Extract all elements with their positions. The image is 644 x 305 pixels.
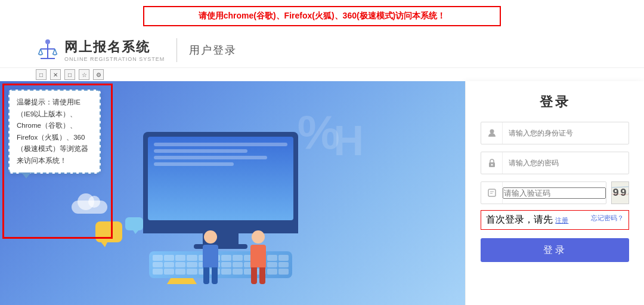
deco-h: H: [333, 117, 364, 165]
toolbar-btn-2[interactable]: ✕: [50, 69, 61, 80]
toolbar-btn-4[interactable]: ☆: [79, 69, 89, 80]
keyboard: [149, 251, 292, 278]
monitor-base: [194, 244, 247, 249]
svg-line-4: [41, 49, 42, 54]
tooltip-bubble: 温馨提示：请使用IE（IE9以上版本）、Chrome（谷歌）、Firefox（火…: [8, 90, 101, 174]
screen-line-3: [154, 156, 267, 159]
monitor-illustration: [119, 132, 322, 278]
header-divider: [177, 38, 177, 62]
screen-line-4: [154, 162, 234, 166]
svg-line-6: [55, 49, 57, 54]
id-input[interactable]: [503, 129, 628, 137]
logo: 网上报名系统 ONLINE REGISTRATION SYSTEM: [36, 37, 165, 63]
captcha-image[interactable]: 2998: [611, 181, 629, 204]
svg-line-3: [39, 49, 41, 54]
person-torso-2: [250, 245, 266, 267]
id-input-group: [481, 122, 629, 144]
pwd-input-group: [481, 152, 629, 174]
page-header: 网上报名系统 ONLINE REGISTRATION SYSTEM 用户登录: [0, 32, 644, 68]
login-panel: 登录: [465, 81, 644, 305]
forgot-password-link[interactable]: 忘记密码？: [591, 214, 624, 226]
screen-lines: [154, 143, 287, 169]
illustration-area: 温馨提示：请使用IE（IE9以上版本）、Chrome（谷歌）、Firefox（火…: [0, 81, 465, 305]
captcha-input[interactable]: [503, 187, 606, 199]
pwd-input[interactable]: [503, 159, 628, 167]
screen-line-1: [154, 143, 287, 146]
person-figure-1: [203, 230, 218, 284]
person-torso-1: [203, 245, 218, 267]
person-body-2: [250, 230, 266, 284]
tooltip-text: 温馨提示：请使用IE（IE9以上版本）、Chrome（谷歌）、Firefox（火…: [17, 98, 88, 164]
login-title: 登录: [540, 93, 571, 111]
svg-line-5: [53, 49, 55, 54]
toolbar-btn-1[interactable]: □: [36, 69, 47, 80]
cloud-decoration: [72, 201, 107, 214]
main-content: 温馨提示：请使用IE（IE9以上版本）、Chrome（谷歌）、Firefox（火…: [0, 81, 644, 305]
captcha-icon: [481, 182, 503, 204]
toolbar-btn-3[interactable]: □: [64, 69, 75, 80]
person-leg-2r: [259, 267, 265, 284]
svg-rect-11: [488, 189, 496, 196]
person-figure-2: [250, 230, 266, 284]
monitor: [143, 132, 298, 233]
logo-title: 网上报名系统: [64, 38, 165, 56]
person-leg-1l: [203, 267, 209, 284]
svg-point-0: [45, 39, 50, 44]
person-head-2: [252, 230, 265, 244]
logo-subtitle: ONLINE REGISTRATION SYSTEM: [64, 56, 165, 62]
login-button[interactable]: 登录: [481, 238, 629, 262]
logo-text: 网上报名系统 ONLINE REGISTRATION SYSTEM: [64, 38, 165, 62]
logo-icon: [36, 37, 60, 63]
person-body-1: [203, 230, 218, 284]
toolbar-btn-5[interactable]: ⚙: [93, 69, 104, 80]
person-leg-1r: [212, 267, 218, 284]
register-hint: 首次登录，请先 注册: [486, 214, 568, 226]
key: [153, 255, 163, 261]
svg-point-10: [491, 164, 493, 166]
bubble-yellow: [95, 221, 122, 242]
monitor-screen: [148, 137, 293, 220]
captcha-input-group: [481, 181, 606, 204]
toolbar: □ ✕ □ ☆ ⚙: [0, 68, 644, 81]
lock-icon: [481, 152, 503, 174]
page-subtitle: 用户登录: [189, 43, 237, 57]
user-icon: [481, 122, 503, 144]
person-leg-2l: [251, 267, 257, 284]
captcha-row: 2998: [481, 181, 629, 204]
reg-forgot-row: 首次登录，请先 注册 忘记密码？: [481, 210, 629, 230]
register-hint-text: 首次登录，请先: [486, 214, 553, 224]
person-legs-1: [203, 267, 218, 284]
captcha-value: 2998: [611, 187, 629, 199]
person-head-1: [204, 230, 217, 244]
register-link[interactable]: 注册: [555, 217, 568, 224]
warning-banner: 请使用chrome(谷歌)、Firefox(火狐)、360(极速模式)访问本系统…: [143, 6, 501, 26]
screen-line-2: [154, 149, 247, 153]
svg-point-8: [490, 130, 494, 134]
person-legs-2: [251, 267, 265, 284]
